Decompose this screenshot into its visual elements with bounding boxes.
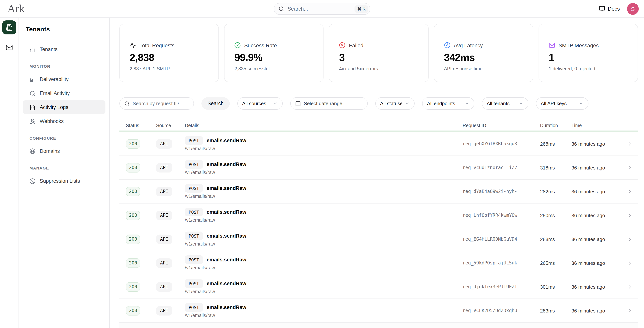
- stat-value: 99.9%: [234, 52, 319, 64]
- x-circle-icon: [339, 42, 346, 49]
- stat-label: Success Rate: [244, 42, 277, 48]
- statuses-dropdown[interactable]: All statuses: [375, 97, 414, 110]
- time: 36 minutes ago: [572, 260, 621, 266]
- chevron-right-icon[interactable]: [627, 212, 633, 218]
- book-open-icon: [599, 6, 605, 12]
- request-id-search-input[interactable]: [133, 101, 189, 106]
- action-name: emails.sendRaw: [206, 185, 246, 191]
- sidebar-item-email-activity[interactable]: Email Activity: [23, 86, 106, 100]
- table-body: 200 API POST emails.sendRaw /v1/emails/r…: [120, 132, 638, 323]
- date-range-picker[interactable]: Select date range: [290, 97, 368, 110]
- rail-email-button[interactable]: [2, 41, 16, 55]
- sidebar-item-label: Deliverability: [40, 76, 68, 82]
- search-button[interactable]: Search: [202, 97, 230, 110]
- method-badge: POST: [185, 136, 203, 145]
- check-circle-icon: [234, 42, 241, 49]
- method-badge: POST: [185, 231, 203, 240]
- sidebar-item-webhooks[interactable]: Webhooks: [23, 114, 106, 128]
- request-id: req_EG4HLLRQDNbGuVD4: [462, 236, 540, 242]
- mail-icon: [6, 44, 13, 51]
- top-bar: Ark Search... ⌘ K Docs S: [0, 0, 644, 18]
- details-cell: POST emails.sendRaw /v1/emails/raw: [185, 231, 462, 247]
- status-badge: 200: [126, 258, 140, 268]
- endpoint-path: /v1/emails/raw: [185, 146, 462, 151]
- stat-label: SMTP Messages: [558, 42, 599, 48]
- duration: 280ms: [540, 212, 572, 218]
- global-search[interactable]: Search... ⌘ K: [274, 3, 370, 15]
- details-cell: POST emails.sendRaw /v1/emails/raw: [185, 136, 462, 151]
- chevron-right-icon[interactable]: [627, 308, 633, 313]
- chevron-right-icon[interactable]: [627, 189, 633, 194]
- table-row[interactable]: 200 API POST emails.sendRaw /v1/emails/r…: [120, 156, 638, 180]
- brand-logo: Ark: [8, 4, 24, 14]
- status-badge: 200: [126, 210, 140, 220]
- method-badge: POST: [185, 255, 203, 264]
- details-cell: POST emails.sendRaw /v1/emails/raw: [185, 255, 462, 270]
- request-id: req_gebXYGIBXRLakqu3: [462, 141, 540, 146]
- status-badge: 200: [126, 234, 140, 244]
- request-id-search[interactable]: [120, 97, 194, 110]
- chevron-down-icon: [273, 101, 278, 106]
- time: 36 minutes ago: [572, 212, 621, 218]
- chevron-right-icon[interactable]: [627, 141, 633, 147]
- method-badge: POST: [185, 303, 203, 312]
- time: 36 minutes ago: [572, 189, 621, 194]
- chevron-right-icon[interactable]: [627, 260, 633, 266]
- rail-tenants-button[interactable]: [2, 21, 16, 35]
- table-header: Status Source Details Request ID Duratio…: [120, 121, 638, 131]
- topbar-actions: Docs S: [599, 3, 639, 15]
- sidebar-item-label: Suppression Lists: [40, 178, 80, 184]
- stat-subtext: 1 delivered, 0 rejected: [549, 66, 634, 72]
- table-row[interactable]: 200 API POST emails.sendRaw /v1/emails/r…: [120, 299, 638, 323]
- status-badge: 200: [126, 187, 140, 196]
- sidebar-title: Tenants: [26, 26, 102, 33]
- endpoints-dropdown[interactable]: All endpoints: [422, 97, 474, 110]
- details-cell: POST emails.sendRaw /v1/emails/raw: [185, 160, 462, 175]
- sidebar-item-activity-logs[interactable]: Activity Logs: [23, 100, 106, 114]
- table-row[interactable]: 200 API POST emails.sendRaw /v1/emails/r…: [120, 251, 638, 275]
- duration: 318ms: [540, 165, 572, 170]
- sidebar-item-suppression-lists[interactable]: Suppression Lists: [23, 174, 106, 188]
- source-badge: API: [156, 187, 172, 196]
- building-icon: [6, 24, 13, 31]
- time: 36 minutes ago: [572, 284, 621, 290]
- sidebar-item-domains[interactable]: Domains: [23, 144, 106, 158]
- sources-dropdown[interactable]: All sources: [237, 97, 283, 110]
- table-row[interactable]: 200 API POST emails.sendRaw /v1/emails/r…: [120, 132, 638, 156]
- stat-card-total-requests: Total Requests 2,838 2,837 API, 1 SMTP: [120, 24, 219, 82]
- stat-card-avg-latency: Avg Latency 342ms API response time: [434, 24, 533, 82]
- request-id: req_vcudEznorac__iZ7: [462, 165, 540, 170]
- stat-value: 1: [549, 52, 634, 64]
- table-row[interactable]: 200 API POST emails.sendRaw /v1/emails/r…: [120, 204, 638, 227]
- chevron-right-icon[interactable]: [627, 236, 633, 242]
- request-id: req_VCLK2D5ZDdZDxqhU: [462, 308, 540, 313]
- request-id: req_dYaB4aQ9w2i-nyh-: [462, 189, 540, 194]
- stat-value: 342ms: [444, 52, 529, 64]
- stat-subtext: 2,837 API, 1 SMTP: [130, 66, 215, 72]
- main-content: Total Requests 2,838 2,837 API, 1 SMTP S…: [110, 18, 644, 328]
- method-badge: POST: [185, 279, 203, 288]
- source-badge: API: [156, 139, 172, 149]
- chevron-right-icon[interactable]: [627, 165, 633, 170]
- table-row[interactable]: 200 API POST emails.sendRaw /v1/emails/r…: [120, 180, 638, 204]
- icon-rail: [0, 18, 19, 328]
- duration: 282ms: [540, 189, 572, 194]
- sidebar-item-deliverability[interactable]: Deliverability: [23, 72, 106, 86]
- stat-label: Total Requests: [140, 42, 174, 48]
- stat-subtext: 2,835 successful: [234, 66, 319, 72]
- details-cell: POST emails.sendRaw /v1/emails/raw: [185, 208, 462, 223]
- tenants-dropdown[interactable]: All tenants: [482, 97, 528, 110]
- table-row[interactable]: 200 API POST emails.sendRaw /v1/emails/r…: [120, 227, 638, 251]
- status-badge: 200: [126, 163, 140, 172]
- avatar[interactable]: S: [627, 3, 639, 15]
- time: 36 minutes ago: [572, 165, 621, 170]
- chevron-right-icon[interactable]: [627, 284, 633, 290]
- sidebar: Tenants Tenants MONITOR Deliverability E…: [19, 18, 110, 328]
- docs-button[interactable]: Docs: [599, 6, 620, 12]
- column-header-details: Details: [185, 123, 462, 128]
- endpoint-path: /v1/emails/raw: [185, 313, 462, 318]
- activity-icon: [130, 42, 136, 49]
- sidebar-item-tenants[interactable]: Tenants: [23, 42, 106, 56]
- table-row[interactable]: 200 API POST emails.sendRaw /v1/emails/r…: [120, 275, 638, 299]
- api-keys-dropdown[interactable]: All API keys: [536, 97, 588, 110]
